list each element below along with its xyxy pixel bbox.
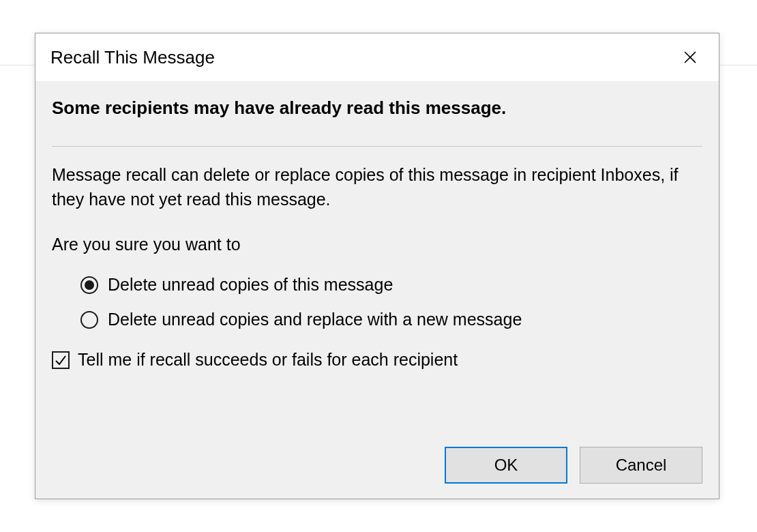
radio-icon bbox=[80, 311, 98, 329]
prompt-text: Are you sure you want to bbox=[52, 235, 702, 254]
radio-selected-dot bbox=[85, 280, 94, 290]
dialog-titlebar: Recall This Message bbox=[35, 33, 719, 81]
ok-button[interactable]: OK bbox=[445, 447, 567, 484]
dialog-title: Recall This Message bbox=[50, 47, 215, 68]
radio-label: Delete unread copies of this message bbox=[108, 275, 393, 295]
dialog-buttons: OK Cancel bbox=[445, 447, 702, 484]
checkmark-icon bbox=[54, 353, 68, 367]
close-button[interactable] bbox=[677, 44, 704, 71]
recall-option-radio-group: Delete unread copies of this message Del… bbox=[52, 275, 702, 329]
radio-icon bbox=[80, 276, 98, 294]
radio-label: Delete unread copies and replace with a … bbox=[108, 310, 522, 329]
radio-delete-unread[interactable]: Delete unread copies of this message bbox=[80, 275, 702, 295]
explanation-text: Message recall can delete or replace cop… bbox=[52, 163, 702, 211]
dialog-body: Some recipients may have already read th… bbox=[35, 81, 719, 370]
dialog-headline: Some recipients may have already read th… bbox=[52, 98, 702, 119]
checkbox-icon bbox=[52, 351, 70, 369]
cancel-button[interactable]: Cancel bbox=[580, 447, 702, 484]
radio-delete-and-replace[interactable]: Delete unread copies and replace with a … bbox=[80, 310, 702, 329]
section-divider bbox=[52, 146, 702, 147]
notify-checkbox-row[interactable]: Tell me if recall succeeds or fails for … bbox=[52, 350, 702, 370]
close-icon bbox=[683, 50, 697, 64]
checkbox-label: Tell me if recall succeeds or fails for … bbox=[78, 350, 458, 370]
recall-message-dialog: Recall This Message Some recipients may … bbox=[35, 33, 719, 499]
